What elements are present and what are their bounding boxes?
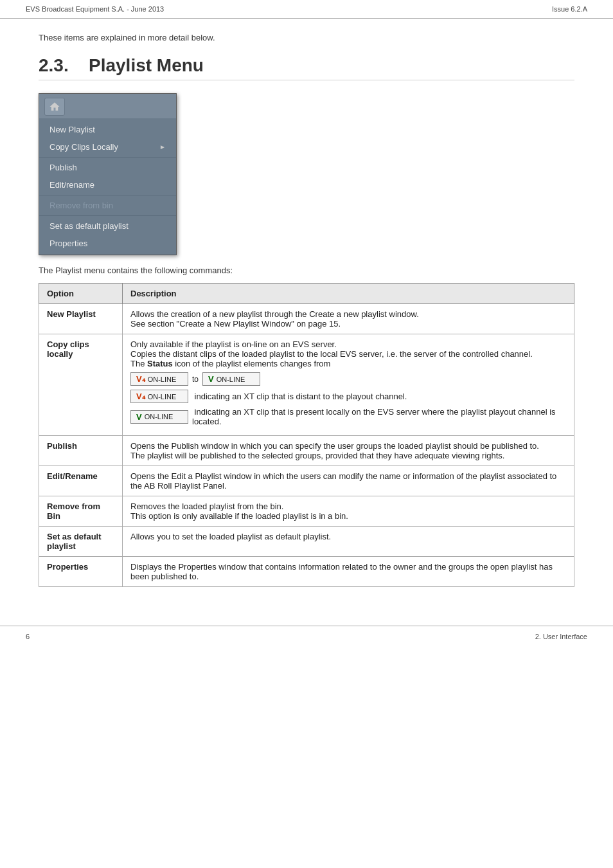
desc-new-playlist-text1: Allows the creation of a new playlist th…	[130, 309, 419, 319]
header-left: EVS Broadcast Equipment S.A. - June 2013	[26, 5, 164, 13]
menu-item-new-playlist[interactable]: New Playlist	[39, 121, 176, 138]
submenu-arrow-icon: ►	[159, 143, 166, 150]
option-properties: Properties	[39, 557, 123, 587]
main-content: These items are explained in more detail…	[0, 26, 613, 613]
v-icon-green: V	[208, 374, 214, 384]
status-row-3: V ON-LINE indicating an XT clip that is …	[130, 407, 566, 426]
desc-copy-clips-indicating1: indicating an XT clip that is distant to…	[192, 392, 407, 401]
desc-copy-clips-text2: Copies the distant clips of the loaded p…	[130, 349, 533, 359]
menu-item-copy-clips[interactable]: Copy Clips Locally ►	[39, 138, 176, 156]
status-label-online-3: ON-LINE	[148, 393, 177, 401]
desc-copy-clips-indicating2: indicating an XT clip that is present lo…	[192, 407, 566, 426]
desc-copy-clips-text3: The Status icon of the playlist elements…	[130, 359, 330, 368]
menu-item-remove-from-bin-label: Remove from bin	[49, 201, 113, 210]
menu-separator-1	[39, 157, 176, 158]
menu-item-properties[interactable]: Properties	[39, 235, 176, 252]
menu-item-remove-from-bin[interactable]: Remove from bin	[39, 197, 176, 214]
menu-item-publish[interactable]: Publish	[39, 159, 176, 176]
menu-separator-2	[39, 195, 176, 195]
menu-separator-3	[39, 215, 176, 216]
desc-copy-clips: Only available if the playlist is on-lin…	[123, 334, 574, 436]
home-icon	[49, 101, 60, 113]
table-row-remove-from-bin: Remove fromBin Removes the loaded playli…	[39, 496, 574, 527]
desc-edit-rename-text: Opens the Edit a Playlist window in whic…	[130, 471, 556, 491]
option-edit-rename: Edit/Rename	[39, 466, 123, 496]
desc-set-default: Allows you to set the loaded playlist as…	[123, 527, 574, 557]
table-row-new-playlist: New Playlist Allows the creation of a ne…	[39, 304, 574, 334]
option-set-default: Set as defaultplaylist	[39, 527, 123, 557]
menu-item-edit-rename-label: Edit/rename	[49, 180, 94, 190]
status-label-online-4: ON-LINE	[145, 413, 173, 420]
home-button[interactable]	[44, 98, 65, 116]
option-copy-clips: Copy clipslocally	[39, 334, 123, 436]
status-box-to: V ON-LINE	[202, 372, 260, 386]
status-row-2: V₄ ON-LINE indicating an XT clip that is…	[130, 390, 566, 403]
table-row-copy-clips: Copy clipslocally Only available if the …	[39, 334, 574, 436]
menu-item-set-default-label: Set as default playlist	[49, 221, 129, 231]
desc-copy-clips-text1: Only available if the playlist is on-lin…	[130, 339, 337, 349]
menu-item-set-default[interactable]: Set as default playlist	[39, 217, 176, 235]
menu-screenshot: New Playlist Copy Clips Locally ► Publis…	[39, 93, 177, 255]
desc-publish: Opens the Publish window in which you ca…	[123, 436, 574, 466]
v-icon-red: V₄	[136, 374, 145, 384]
menu-item-copy-clips-label: Copy Clips Locally	[49, 142, 118, 152]
desc-properties-text: Displays the Properties window that cont…	[130, 562, 553, 581]
status-label-online-1: ON-LINE	[148, 375, 177, 383]
desc-remove-text1: Removes the loaded playlist from the bin…	[130, 502, 283, 511]
desc-remove-text2: This option is only available if the loa…	[130, 511, 348, 521]
section-heading: 2.3. Playlist Menu	[39, 55, 574, 80]
footer-page-number: 6	[26, 633, 30, 640]
status-row-1: V₄ ON-LINE to V ON-LINE	[130, 372, 566, 386]
page-footer: 6 2. User Interface	[0, 626, 613, 647]
desc-publish-text2: The playlist will be published to the se…	[130, 451, 504, 460]
v-icon-red-2: V₄	[136, 392, 145, 401]
option-publish: Publish	[39, 436, 123, 466]
section-title: Playlist Menu	[89, 55, 204, 76]
table-row-edit-rename: Edit/Rename Opens the Edit a Playlist wi…	[39, 466, 574, 496]
desc-new-playlist-text2: See section "Create a New Playlist Windo…	[130, 319, 341, 329]
table-row-properties: Properties Displays the Properties windo…	[39, 557, 574, 587]
option-remove-from-bin: Remove fromBin	[39, 496, 123, 527]
col-header-description: Description	[123, 284, 574, 304]
arrow-to-icon: to	[192, 375, 199, 384]
footer-section: 2. User Interface	[535, 633, 587, 640]
menu-item-edit-rename[interactable]: Edit/rename	[39, 176, 176, 194]
table-row-publish: Publish Opens the Publish window in whic…	[39, 436, 574, 466]
menu-item-new-playlist-label: New Playlist	[49, 125, 95, 134]
section-number: 2.3.	[39, 55, 77, 76]
menu-items-container: New Playlist Copy Clips Locally ► Publis…	[39, 118, 176, 255]
menu-icon-bar	[39, 94, 176, 118]
col-header-option: Option	[39, 284, 123, 304]
status-label-online-2: ON-LINE	[217, 375, 245, 383]
desc-publish-text1: Opens the Publish window in which you ca…	[130, 441, 539, 451]
page-header: EVS Broadcast Equipment S.A. - June 2013…	[0, 0, 613, 19]
below-menu-text: The Playlist menu contains the following…	[39, 266, 574, 275]
v-icon-green-2: V	[136, 412, 142, 422]
intro-text: These items are explained in more detail…	[39, 33, 574, 42]
description-table: Option Description New Playlist Allows t…	[39, 283, 574, 587]
desc-properties: Displays the Properties window that cont…	[123, 557, 574, 587]
desc-new-playlist: Allows the creation of a new playlist th…	[123, 304, 574, 334]
status-box-local: V ON-LINE	[130, 410, 188, 424]
table-row-set-default: Set as defaultplaylist Allows you to set…	[39, 527, 574, 557]
desc-set-default-text: Allows you to set the loaded playlist as…	[130, 532, 331, 541]
header-right: Issue 6.2.A	[552, 5, 587, 13]
status-box-distant: V₄ ON-LINE	[130, 390, 188, 403]
option-new-playlist: New Playlist	[39, 304, 123, 334]
desc-edit-rename: Opens the Edit a Playlist window in whic…	[123, 466, 574, 496]
desc-remove-from-bin: Removes the loaded playlist from the bin…	[123, 496, 574, 527]
status-box-from: V₄ ON-LINE	[130, 372, 188, 386]
menu-item-properties-label: Properties	[49, 239, 87, 248]
menu-item-publish-label: Publish	[49, 163, 77, 172]
